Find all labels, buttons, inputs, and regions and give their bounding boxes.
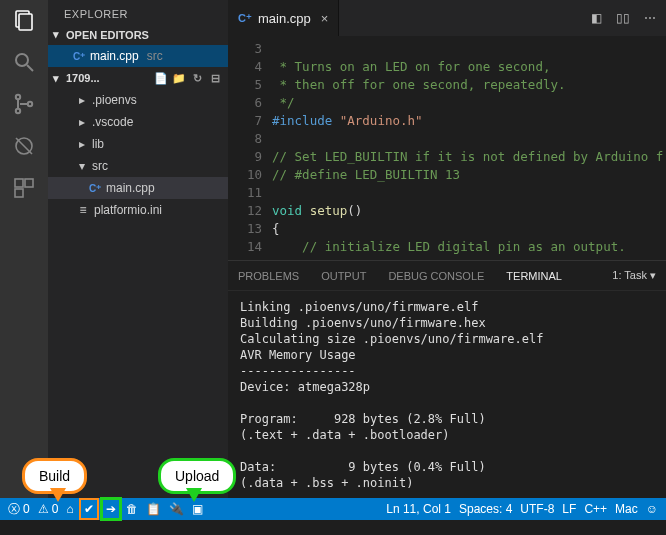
- folder-.vscode[interactable]: ▸.vscode: [48, 111, 228, 133]
- debug-icon[interactable]: [12, 134, 36, 158]
- svg-point-4: [16, 95, 20, 99]
- file-platformio.ini[interactable]: ≡platformio.ini: [48, 199, 228, 221]
- extensions-icon[interactable]: [12, 176, 36, 200]
- chevron-down-icon: ▾: [50, 72, 62, 85]
- panel-tab-problems[interactable]: PROBLEMS: [238, 270, 299, 282]
- new-folder-icon[interactable]: 📁: [172, 71, 186, 85]
- svg-rect-10: [25, 179, 33, 187]
- open-editors-header[interactable]: ▾ OPEN EDITORS: [48, 26, 228, 43]
- open-editors-label: OPEN EDITORS: [66, 29, 149, 41]
- status-spaces[interactable]: Spaces: 4: [459, 502, 512, 516]
- bottom-panel: PROBLEMSOUTPUTDEBUG CONSOLETERMINAL 1: T…: [228, 260, 666, 498]
- panel-tab-output[interactable]: OUTPUT: [321, 270, 366, 282]
- status-bar: ⓧ 0 ⚠ 0 ⌂ ✔ ➔ 🗑 📋 🔌 ▣ Ln 11, Col 1 Space…: [0, 498, 666, 520]
- svg-point-6: [28, 102, 32, 106]
- editor-tabs: C⁺ main.cpp × ◧ ▯▯ ⋯: [228, 0, 666, 36]
- terminal-output[interactable]: Linking .pioenvs/uno/firmware.elf Buildi…: [228, 291, 666, 498]
- workspace-header[interactable]: ▾ 1709... 📄 📁 ↻ ⊟: [48, 69, 228, 87]
- search-icon[interactable]: [12, 50, 36, 74]
- cpp-file-icon: C⁺: [88, 181, 102, 195]
- source-control-icon[interactable]: [12, 92, 36, 116]
- callout-upload: Upload: [158, 458, 236, 494]
- terminal-task-dropdown[interactable]: 1: Task ▾: [612, 269, 656, 282]
- workspace-label: 1709...: [66, 72, 100, 84]
- panel-tab-debug-console[interactable]: DEBUG CONSOLE: [388, 270, 484, 282]
- chevron-right-icon: ▸: [76, 137, 88, 151]
- folder-.pioenvs[interactable]: ▸.pioenvs: [48, 89, 228, 111]
- pio-home-icon[interactable]: ⌂: [66, 502, 73, 516]
- panel-tabs: PROBLEMSOUTPUTDEBUG CONSOLETERMINAL 1: T…: [228, 261, 666, 291]
- pio-terminal-icon[interactable]: ▣: [192, 502, 203, 516]
- panel-tab-terminal[interactable]: TERMINAL: [506, 270, 562, 282]
- status-encoding[interactable]: UTF-8: [520, 502, 554, 516]
- status-errors[interactable]: ⓧ 0: [8, 501, 30, 518]
- open-editors-list: C⁺main.cppsrc: [48, 43, 228, 69]
- editor-area: C⁺ main.cpp × ◧ ▯▯ ⋯ 34567891011121314 *…: [228, 0, 666, 498]
- pio-upload-button[interactable]: ➔: [104, 501, 118, 517]
- explorer-icon[interactable]: [12, 8, 36, 32]
- chevron-down-icon: ▾: [76, 159, 88, 173]
- chevron-right-icon: ▸: [76, 115, 88, 129]
- svg-point-2: [16, 54, 28, 66]
- svg-rect-9: [15, 179, 23, 187]
- sidebar-title: EXPLORER: [48, 0, 228, 26]
- open-editor-item[interactable]: C⁺main.cppsrc: [48, 45, 228, 67]
- code-editor[interactable]: 34567891011121314 * Turns on an LED on f…: [228, 36, 666, 260]
- file-main.cpp[interactable]: C⁺main.cpp: [48, 177, 228, 199]
- collapse-icon[interactable]: ⊟: [208, 71, 222, 85]
- status-os[interactable]: Mac: [615, 502, 638, 516]
- pio-clean-icon[interactable]: 🗑: [126, 502, 138, 516]
- tab-label: main.cpp: [258, 11, 311, 26]
- split-horizontal-icon[interactable]: ◧: [591, 11, 602, 25]
- chevron-down-icon: ▾: [50, 28, 62, 41]
- sidebar: EXPLORER ▾ OPEN EDITORS C⁺main.cppsrc ▾ …: [48, 0, 228, 498]
- more-icon[interactable]: ⋯: [644, 11, 656, 25]
- ini-file-icon: ≡: [76, 203, 90, 217]
- status-cursor[interactable]: Ln 11, Col 1: [386, 502, 451, 516]
- svg-rect-1: [19, 14, 32, 30]
- cpp-file-icon: C⁺: [238, 11, 252, 25]
- activity-bar: [0, 0, 48, 498]
- folder-src[interactable]: ▾src: [48, 155, 228, 177]
- close-icon[interactable]: ×: [321, 11, 329, 26]
- cpp-file-icon: C⁺: [72, 49, 86, 63]
- new-file-icon[interactable]: 📄: [154, 71, 168, 85]
- pio-test-icon[interactable]: 📋: [146, 502, 161, 516]
- status-warnings[interactable]: ⚠ 0: [38, 502, 59, 516]
- svg-rect-11: [15, 189, 23, 197]
- refresh-icon[interactable]: ↻: [190, 71, 204, 85]
- file-tree: ▸.pioenvs▸.vscode▸lib▾srcC⁺main.cpp≡plat…: [48, 87, 228, 223]
- tab-main-cpp[interactable]: C⁺ main.cpp ×: [228, 0, 339, 36]
- svg-point-5: [16, 109, 20, 113]
- pio-serial-icon[interactable]: 🔌: [169, 502, 184, 516]
- chevron-right-icon: ▸: [76, 93, 88, 107]
- status-lang[interactable]: C++: [584, 502, 607, 516]
- callout-build: Build: [22, 458, 87, 494]
- pio-build-button[interactable]: ✔: [82, 501, 96, 517]
- folder-lib[interactable]: ▸lib: [48, 133, 228, 155]
- svg-line-3: [27, 65, 33, 71]
- split-editor-icon[interactable]: ▯▯: [616, 11, 630, 25]
- status-eol[interactable]: LF: [562, 502, 576, 516]
- feedback-icon[interactable]: ☺: [646, 502, 658, 516]
